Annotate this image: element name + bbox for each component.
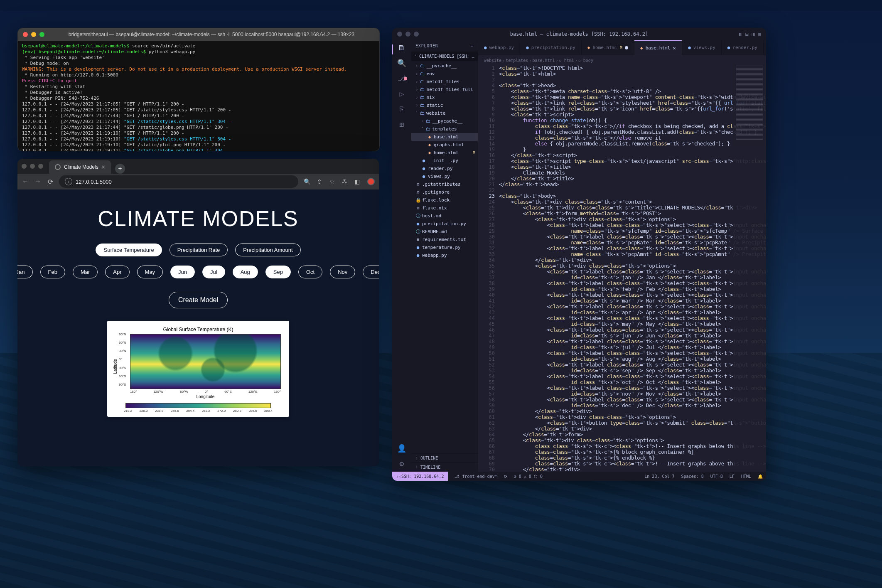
close-icon[interactable] (397, 32, 402, 37)
breadcrumbs[interactable]: website › templates › base.html › ◇ html… (478, 55, 766, 65)
search-activity-icon[interactable]: 🔍 (397, 60, 406, 66)
minimize-icon[interactable] (31, 32, 36, 37)
breadcrumb-item[interactable]: templates (506, 57, 528, 64)
month-pill[interactable]: Nov (330, 266, 355, 278)
editor-tab[interactable]: ●webapp.py (478, 40, 520, 55)
file-item[interactable]: ●temperature.py (411, 244, 478, 251)
month-pill[interactable]: Apr (105, 266, 129, 278)
search-icon[interactable]: 🔍 (303, 178, 311, 185)
folder-item[interactable]: ›🗀nix (411, 93, 478, 101)
option-pill[interactable]: Surface Temperature (96, 244, 162, 256)
address-bar[interactable]: i 127.0.0.1:5000 (59, 175, 298, 188)
layout-left-icon[interactable]: ◧ (739, 31, 742, 37)
status-language[interactable]: HTML (741, 473, 751, 480)
file-item[interactable]: ●views.py (411, 172, 478, 180)
file-item[interactable]: ⓘREADME.md (411, 228, 478, 236)
file-item[interactable]: ●precipitation.py (411, 220, 478, 228)
file-item[interactable]: ●__init__.py (411, 157, 478, 165)
close-icon[interactable] (23, 32, 28, 37)
browser-tab[interactable]: Climate Models × (49, 160, 111, 174)
file-item[interactable]: ◆graphs.html (411, 141, 478, 149)
status-sync[interactable]: ⟳ (504, 473, 507, 480)
file-item[interactable]: ●webapp.py (411, 251, 478, 259)
zoom-icon[interactable] (39, 32, 44, 37)
code-area[interactable]: 1234567891011121314151617181920212223242… (478, 65, 766, 472)
extensions-activity-icon[interactable]: ⊞ (400, 121, 404, 128)
month-pill[interactable]: Sep (265, 266, 291, 278)
folder-item[interactable]: ˅🗀templates (411, 125, 478, 133)
status-cursor[interactable]: Ln 23, Col 7 (644, 473, 674, 480)
file-item[interactable]: ⚙.gitignore (411, 188, 478, 196)
run-debug-activity-icon[interactable]: ▷ (400, 91, 404, 97)
status-problems[interactable]: ⊘ 0 ⚠ 0 ⬡ 0 (514, 473, 543, 480)
status-spaces[interactable]: Spaces: 8 (681, 473, 704, 480)
close-icon[interactable] (22, 164, 27, 169)
breadcrumb-item[interactable]: base.html (532, 57, 555, 64)
folder-item[interactable]: ›🗀__pycache__ (411, 62, 478, 70)
folder-item[interactable]: ›🗀env (411, 70, 478, 78)
file-item[interactable]: ≡requirements.txt (411, 236, 478, 244)
extensions-icon[interactable]: ⁂ (341, 178, 348, 185)
editor-tab[interactable]: ●views.py (682, 40, 722, 55)
file-item[interactable]: ◆home.htmlM (411, 149, 478, 157)
editor-tab[interactable]: ◆base.html × (634, 40, 682, 55)
share-icon[interactable]: ⇧ (316, 178, 323, 185)
option-pill[interactable]: Precipitation Rate (170, 244, 228, 256)
file-item[interactable]: ⓘhost.md (411, 212, 478, 220)
editor-tab[interactable]: ●render.py (722, 40, 764, 55)
reload-button[interactable]: ⟳ (47, 178, 54, 186)
status-branch[interactable]: ⎇ front-end-dev* (455, 473, 497, 480)
new-tab-button[interactable]: + (115, 164, 125, 174)
month-pill[interactable]: Oct (298, 266, 322, 278)
month-pill[interactable]: Mar (73, 266, 98, 278)
status-notifications[interactable]: 🔔 (758, 473, 763, 480)
file-item[interactable]: ⚙flake.nix (411, 204, 478, 212)
explorer-project-name[interactable]: ˅ CLIMATE-MODELS [SSH: … (411, 52, 478, 61)
breadcrumb-item[interactable]: ◇ body (578, 57, 593, 64)
status-eol[interactable]: LF (730, 473, 735, 480)
zoom-icon[interactable] (38, 164, 43, 169)
month-pill[interactable]: Jun (170, 266, 195, 278)
explorer-activity-icon[interactable]: 🗎 (398, 44, 405, 51)
month-pill[interactable]: Dec (363, 266, 379, 278)
zoom-icon[interactable] (414, 32, 419, 37)
settings-activity-icon[interactable]: ⚙ (400, 460, 404, 467)
editor-tab[interactable]: ◆home.html M (582, 40, 634, 55)
forward-button[interactable]: → (34, 178, 42, 185)
browser-tabbar[interactable]: Climate Models × + (17, 159, 379, 174)
folder-item[interactable]: ›🗀static (411, 101, 478, 109)
status-remote[interactable]: ›‹ SSH: 192.168.64.2 (392, 472, 448, 481)
file-item[interactable]: ⚙.gitattributes (411, 180, 478, 188)
editor-tab[interactable]: ●precipitation.py (520, 40, 582, 55)
site-info-icon[interactable]: i (65, 178, 72, 185)
breadcrumb-item[interactable]: website (484, 57, 501, 64)
terminal-output[interactable]: bsepaul@climate-model:~/climate-models$ … (18, 41, 379, 151)
panel-icon[interactable]: ◧ (353, 178, 361, 185)
traffic-lights[interactable] (22, 164, 43, 169)
close-tab-icon[interactable]: × (102, 164, 105, 170)
layout-bottom-icon[interactable]: ⬓ (745, 31, 748, 37)
minimize-icon[interactable] (30, 164, 35, 169)
code-lines[interactable]: <class="tk-t">!DOCTYPE html><class="tk-t… (499, 65, 766, 472)
status-encoding[interactable]: UTF-8 (710, 473, 723, 480)
folder-item[interactable]: ›🗀netcdf_files_full (411, 86, 478, 93)
month-pill[interactable]: Jan (17, 266, 33, 278)
bookmark-icon[interactable]: ☆ (328, 178, 336, 185)
traffic-lights[interactable] (23, 32, 44, 37)
folder-item[interactable]: ›🗀netcdf_files (411, 78, 478, 86)
layout-icons[interactable]: ◧⬓◨▦ (739, 31, 761, 37)
folder-item[interactable]: ˅🗀website (411, 109, 478, 117)
explorer-more-icon[interactable]: ⋯ (471, 43, 474, 49)
back-button[interactable]: ← (22, 178, 29, 185)
month-pill[interactable]: Feb (40, 266, 65, 278)
timeline-panel-header[interactable]: › TIMELINE (411, 463, 478, 472)
layout-right-icon[interactable]: ◨ (752, 31, 755, 37)
month-pill[interactable]: May (137, 266, 163, 278)
accounts-activity-icon[interactable]: 👤 (397, 445, 406, 451)
month-pill[interactable]: Jul (202, 266, 225, 278)
terminal-titlebar[interactable]: bridgetsmithepaul — bsepaul@climate-mode… (18, 28, 379, 41)
create-model-button[interactable]: Create Model (169, 292, 228, 308)
file-item[interactable]: 🔒flake.lock (411, 196, 478, 204)
vscode-titlebar[interactable]: base.html — climate-models [SSH: 192.168… (392, 28, 766, 40)
file-item[interactable]: ◆base.html (411, 133, 478, 141)
